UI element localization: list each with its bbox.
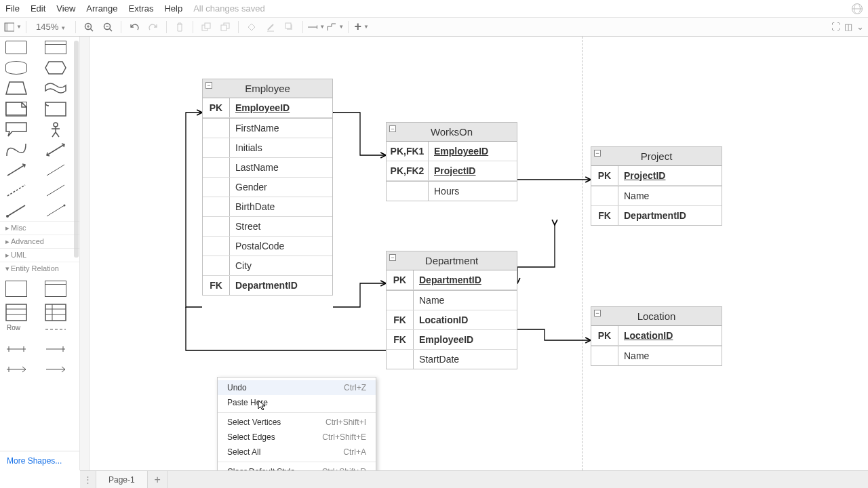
- tabs-menu-icon[interactable]: ⋮: [80, 471, 96, 488]
- table-row[interactable]: Hours: [387, 181, 517, 201]
- table-row[interactable]: PK,FK1EmployeeID: [387, 142, 517, 161]
- menu-arrange[interactable]: Arrange: [86, 3, 117, 14]
- redo-icon[interactable]: [144, 20, 162, 35]
- shape-rect[interactable]: [5, 41, 27, 54]
- context-menu-item[interactable]: Select VerticesCtrl+Shift+I: [218, 415, 376, 430]
- table-row[interactable]: Initials: [203, 138, 332, 158]
- shape-curve[interactable]: [5, 142, 27, 156]
- shape-arrow-bi[interactable]: [45, 142, 66, 156]
- entity-project[interactable]: −Project PKProjectIDNameFKDepartmentID: [591, 146, 722, 226]
- table-row[interactable]: FKLocationID: [387, 310, 517, 330]
- er-row-shape[interactable]: [45, 324, 66, 338]
- entity-workson[interactable]: −WorksOn PK,FK1EmployeeIDPK,FK2ProjectID…: [386, 122, 517, 201]
- collapse-icon[interactable]: −: [389, 125, 396, 132]
- view-dropdown[interactable]: ▼: [4, 20, 22, 35]
- shadow-icon[interactable]: [281, 20, 298, 35]
- shape-actor[interactable]: [45, 122, 66, 136]
- er-table-header-shape[interactable]: [45, 281, 66, 297]
- table-row[interactable]: PKEmployeeID: [203, 98, 332, 118]
- more-shapes-link[interactable]: More Shapes...: [0, 451, 79, 470]
- table-row[interactable]: LastName: [203, 158, 332, 178]
- category-advanced[interactable]: ▸Advanced: [0, 235, 79, 248]
- table-row[interactable]: FirstName: [203, 118, 332, 138]
- collapse-icon[interactable]: ⌄: [856, 22, 864, 32]
- shape-line-arrow[interactable]: [45, 203, 66, 217]
- collapse-icon[interactable]: −: [389, 254, 396, 261]
- zoom-in-icon[interactable]: [80, 20, 98, 35]
- table-row[interactable]: Name: [591, 346, 722, 365]
- table-row[interactable]: FKEmployeeID: [387, 330, 517, 350]
- table-row[interactable]: PostalCode: [203, 237, 332, 256]
- shape-arrow[interactable]: [5, 163, 27, 176]
- er-table-grid-shape[interactable]: [45, 304, 66, 317]
- er-table-shape[interactable]: [5, 281, 27, 297]
- er-rel-1[interactable]: [5, 344, 27, 358]
- table-row[interactable]: Street: [203, 217, 332, 237]
- to-front-icon[interactable]: [197, 20, 215, 35]
- er-table-rows-shape[interactable]: [5, 304, 27, 317]
- fill-color-icon[interactable]: [243, 20, 260, 35]
- collapse-icon[interactable]: −: [205, 82, 212, 89]
- waypoint-icon[interactable]: ▼: [326, 20, 344, 35]
- language-icon[interactable]: [852, 3, 863, 14]
- canvas[interactable]: −Employee PKEmployeeIDFirstNameInitialsL…: [80, 37, 868, 470]
- category-uml[interactable]: ▸UML: [0, 248, 79, 262]
- context-menu-item[interactable]: Select EdgesCtrl+Shift+E: [218, 430, 376, 445]
- table-row[interactable]: FKDepartmentID: [203, 276, 332, 295]
- shape-dash[interactable]: [5, 183, 27, 197]
- table-row[interactable]: Gender: [203, 178, 332, 197]
- entity-department[interactable]: −Department PKDepartmentIDNameFKLocation…: [386, 251, 517, 369]
- to-back-icon[interactable]: [216, 20, 234, 35]
- category-misc[interactable]: ▸Misc: [0, 221, 79, 235]
- sidebar-scrollbar[interactable]: [74, 41, 79, 258]
- insert-icon[interactable]: +▼: [353, 20, 370, 35]
- shape-rect-header[interactable]: [45, 41, 66, 54]
- undo-icon[interactable]: [125, 20, 143, 35]
- menu-file[interactable]: File: [5, 3, 20, 14]
- shape-cylinder[interactable]: [5, 61, 27, 75]
- table-row[interactable]: PKLocationID: [591, 326, 722, 346]
- fullscreen-icon[interactable]: ⛶: [831, 22, 840, 32]
- table-row[interactable]: City: [203, 256, 332, 276]
- er-rel-4[interactable]: [45, 365, 66, 378]
- shape-page[interactable]: [45, 102, 66, 115]
- shape-line2[interactable]: [45, 183, 66, 197]
- connection-icon[interactable]: ▼: [307, 20, 325, 35]
- shape-trapezoid[interactable]: [5, 81, 27, 95]
- shape-line-thin[interactable]: [45, 163, 66, 176]
- context-menu-item[interactable]: Select AllCtrl+A: [218, 445, 376, 460]
- zoom-level[interactable]: 145%▼: [31, 22, 71, 32]
- table-row[interactable]: PKProjectID: [591, 166, 722, 186]
- category-entity-relation[interactable]: ▾Entity Relation: [0, 262, 79, 275]
- table-row[interactable]: PK,FK2ProjectID: [387, 161, 517, 181]
- context-menu-item[interactable]: Paste Here: [218, 395, 376, 410]
- table-row[interactable]: BirthDate: [203, 197, 332, 217]
- table-row[interactable]: Name: [591, 186, 722, 206]
- shape-line-dot[interactable]: [5, 203, 27, 217]
- collapse-icon[interactable]: −: [594, 310, 601, 317]
- zoom-out-icon[interactable]: [99, 20, 117, 35]
- line-color-icon[interactable]: [262, 20, 279, 35]
- menu-extras[interactable]: Extras: [129, 3, 154, 14]
- shape-wave[interactable]: [45, 81, 66, 95]
- shape-note[interactable]: [5, 102, 27, 115]
- menu-edit[interactable]: Edit: [31, 3, 45, 14]
- table-row[interactable]: Name: [387, 290, 517, 310]
- table-row[interactable]: StartDate: [387, 350, 517, 369]
- tab-page-1[interactable]: Page-1: [96, 471, 148, 488]
- add-page-button[interactable]: +: [148, 471, 168, 488]
- er-rel-3[interactable]: [5, 365, 27, 378]
- collapse-icon[interactable]: −: [594, 150, 601, 157]
- table-row[interactable]: FKDepartmentID: [591, 206, 722, 225]
- delete-icon[interactable]: [171, 20, 189, 35]
- context-menu-item[interactable]: UndoCtrl+Z: [218, 380, 376, 395]
- entity-location[interactable]: −Location PKLocationIDName: [591, 306, 722, 366]
- menu-help[interactable]: Help: [164, 3, 182, 14]
- entity-employee[interactable]: −Employee PKEmployeeIDFirstNameInitialsL…: [202, 79, 333, 296]
- table-row[interactable]: PKDepartmentID: [387, 270, 517, 290]
- format-panel-icon[interactable]: ◫: [844, 22, 852, 32]
- er-rel-2[interactable]: [45, 344, 66, 358]
- menu-view[interactable]: View: [56, 3, 75, 14]
- shape-callout[interactable]: [5, 122, 27, 136]
- shape-hexagon[interactable]: [45, 61, 66, 75]
